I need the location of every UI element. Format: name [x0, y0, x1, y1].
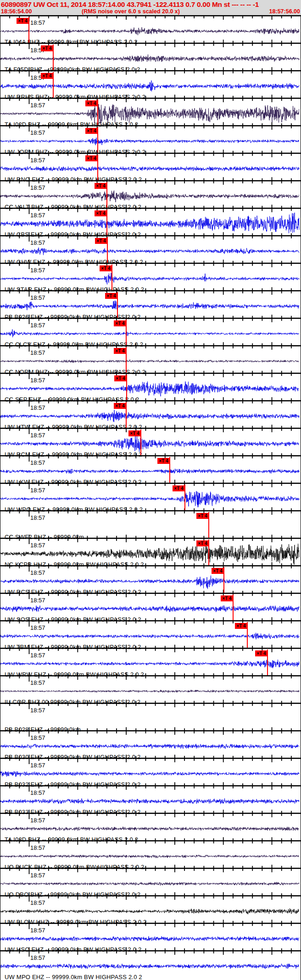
station-label: TA I03D BHZ -- 99999.0km BW HIGHPASS 2.0… [5, 836, 138, 843]
waveform-trace [0, 330, 299, 337]
event-header: 60890897 UW Oct 11, 2014 18:57:14.00 43.… [0, 0, 301, 15]
phase-marker[interactable]: ×T 4 [235, 623, 247, 629]
seismic-waveform-viewer: 60890897 UW Oct 11, 2014 18:57:14.00 43.… [0, 0, 301, 980]
station-label: CC VALT BHZ -- 99999.0km BW HIGHPASS 2.0… [5, 204, 141, 210]
phase-marker[interactable]: ×T 4 [114, 348, 126, 354]
station-label: IU COR BHZ 00 99999.0km BW HIGHPASS 2.0 … [5, 699, 140, 705]
phase-marker[interactable]: ×T 4 [128, 430, 141, 436]
waveform-trace [0, 55, 299, 62]
waveform-trace [0, 744, 299, 749]
minute-label: 18:57 [30, 294, 45, 301]
waveform-trace [0, 81, 299, 92]
station-label: TA I04A BHZ -- 99999.0km BW HIGHPASS 2.0… [5, 39, 138, 45]
phase-marker[interactable]: ×T 4 [114, 403, 126, 409]
phase-marker[interactable]: ×T 4 [85, 155, 98, 161]
minute-label: 18:57 [30, 322, 45, 329]
trace-row-15: 18:57UW HTW EHZ -- 99999.0km BW HIGHPASS… [0, 400, 301, 428]
station-label: UW CBS EHZ -- 99999.0km BW HIGHPASS 2.0 … [5, 231, 141, 238]
phase-marker[interactable]: ×T 4 [85, 128, 98, 134]
station-label: UW HTW EHZ -- 99999.0km BW HIGHPASS 2.0 … [5, 424, 142, 430]
phase-marker[interactable]: ×T 4 [17, 18, 29, 24]
phase-marker[interactable]: ×T 4 [100, 265, 112, 271]
phase-marker[interactable]: ×T 4 [95, 183, 107, 189]
station-label: UW LKW EHZ -- 99999.0km BW HIGHPASS 2.0 … [5, 479, 141, 485]
trace-row-8: 18:57UW CBS EHZ -- 99999.0km BW HIGHPASS… [0, 208, 301, 235]
trace-row-30: 18:57TA I03D BHZ -- 99999.0km BW HIGHPAS… [0, 813, 301, 840]
trace-row-26: 18:57PB B028 EHZ -- 99999.0km [0, 703, 301, 730]
trace-row-23: 18:57UW TBM EHZ -- 99999.0km BW HIGHPASS… [0, 620, 301, 648]
station-label: UW MPO EHZ -- 99999.0km BW HIGHPASS 2.0 … [5, 974, 142, 980]
station-label: UW HSO EHZ -- 99999.0km BW HIGHPASS 2.0 … [5, 946, 141, 953]
trace-row-29: 18:57PB B033 EHZ -- 99999.0km BW HIGHPAS… [0, 785, 301, 813]
phase-marker[interactable]: ×T 4 [212, 568, 224, 574]
phase-marker[interactable]: ×T 4 [196, 540, 209, 546]
minute-label: 18:57 [30, 212, 45, 219]
trace-row-34: 18:57UW HSO EHZ -- 99999.0km BW HIGHPASS… [0, 923, 301, 950]
station-label: UW RRHS EHZ -- 99999.0km BW HIGHPASS 2.0… [5, 94, 145, 100]
trace-row-6: 18:57UW RNO EHZ -- 99999.0km BW HIGHPASS… [0, 153, 301, 180]
minute-label: 18:57 [30, 404, 45, 411]
minute-label: 18:57 [30, 597, 45, 604]
trace-row-32: 18:57UO DBO BHZ -- 99999.0km BW HIGHPASS… [0, 868, 301, 895]
minute-label: 18:57 [30, 349, 45, 356]
phase-marker[interactable]: ×T 4 [157, 458, 170, 464]
phase-marker[interactable]: ×T 4 [114, 375, 127, 381]
trace-row-19: 18:57CC SWF2 BHZ -- 99999.0km×T 4 [0, 510, 301, 538]
station-label: TA F05D BHZ -- 99999.0km BW HIGHPASS 2.0… [5, 66, 140, 73]
waveform-trace [0, 301, 299, 310]
minute-label: 18:57 [30, 184, 45, 191]
trace-row-21: 18:57UW RCS EHZ -- 99999.0km BW HIGHPASS… [0, 565, 301, 593]
phase-marker[interactable]: ×T 4 [41, 45, 53, 51]
trace-row-13: 18:57CC NORM BHZ -- 99999.0km BW HIGHPAS… [0, 345, 301, 373]
minute-label: 18:57 [30, 652, 45, 659]
waveform-trace [0, 771, 299, 777]
event-summary-line: 60890897 UW Oct 11, 2014 18:57:14.00 43.… [1, 0, 301, 9]
phase-marker[interactable]: ×T 4 [173, 485, 185, 491]
phase-marker[interactable]: ×T 4 [41, 73, 53, 79]
waveform-trace [0, 469, 299, 473]
minute-label: 18:57 [30, 624, 45, 631]
frame-edge-left [0, 15, 0, 980]
phase-marker[interactable]: ×T 4 [196, 513, 209, 519]
rms-scaling-note: (RMS noise over 6.0 s scaled 20.0 x) [82, 8, 180, 15]
trace-row-35: 18:57UW MPO EHZ -- 99999.0km BW HIGHPASS… [0, 950, 301, 978]
waveform-trace [0, 576, 299, 589]
phase-marker[interactable]: ×T 4 [221, 595, 233, 601]
minute-label: 18:57 [30, 432, 45, 439]
trace-row-33: 18:57UW BLOW HHZ -- 99999.0km BW HIGHPAS… [0, 895, 301, 923]
phase-marker[interactable]: ×T 4 [85, 100, 98, 106]
trace-row-18: 18:57UW WPO EHZ -- 99999.0km BW HIGHPASS… [0, 483, 301, 510]
station-label: PB B926 EHZ -- 99999.0km BW HIGHPASS 2.0… [5, 314, 140, 320]
station-label: UW RNO EHZ -- 99999.0km BW HIGHPASS 2.0 … [5, 176, 142, 183]
time-window-bar: 18:56:54.00 (RMS noise over 6.0 s scaled… [0, 8, 301, 15]
window-start-time: 18:56:54.00 [1, 8, 32, 15]
waveform-trace [0, 138, 299, 145]
phase-marker[interactable]: ×T 4 [105, 293, 117, 299]
station-label: UW SOS EHZ -- 99999.0km BW HIGHPASS 2.0 … [5, 616, 141, 623]
waveform-trace [0, 936, 299, 941]
waveform-trace [0, 882, 299, 886]
waveform-trace [0, 908, 299, 914]
waveform-trace [0, 690, 299, 693]
phase-marker[interactable]: ×T 4 [255, 650, 268, 656]
station-label: UW WRW EHZ -- 99999.0km BW HIGHPASS 2.0 … [5, 671, 144, 678]
trace-row-11: 18:57PB B926 EHZ -- 99999.0km BW HIGHPAS… [0, 290, 301, 318]
minute-label: 18:57 [30, 129, 45, 136]
waveform-trace [0, 248, 299, 255]
trace-row-25: 18:57IU COR BHZ 00 99999.0km BW HIGHPASS… [0, 675, 301, 703]
station-label: CC NORM BHZ -- 99999.0km BW HIGHPASS 2.0… [5, 369, 145, 375]
waveform-trace [0, 381, 299, 396]
station-label: UW WPO EHZ -- 99999.0km BW HIGHPASS 2.0 … [5, 506, 143, 513]
trace-row-9: 18:57UW GHW EHZ -- 99999.0km BW HIGHPASS… [0, 235, 301, 263]
station-label: UW GHW EHZ -- 99999.0km BW HIGHPASS 2.0 … [5, 259, 143, 265]
minute-label: 18:57 [30, 569, 45, 576]
trace-row-31: 18:57UO BUCK BHZ -- 99999.0km BW HIGHPAS… [0, 840, 301, 868]
station-label: UW STAR EHZ -- 99999.0km BW HIGHPASS 2.0… [5, 286, 144, 293]
trace-row-1: 18:57TA I04A BHZ -- 99999.0km BW HIGHPAS… [0, 15, 301, 43]
phase-marker[interactable]: ×T 4 [114, 320, 126, 326]
minute-label: 18:57 [30, 954, 45, 961]
minute-label: 18:57 [30, 459, 45, 466]
phase-marker[interactable]: ×T 4 [95, 210, 107, 216]
trace-row-16: 18:57UW RCM EHZ -- 99999.0km BW HIGHPASS… [0, 428, 301, 455]
phase-marker[interactable]: ×T 4 [95, 238, 107, 244]
